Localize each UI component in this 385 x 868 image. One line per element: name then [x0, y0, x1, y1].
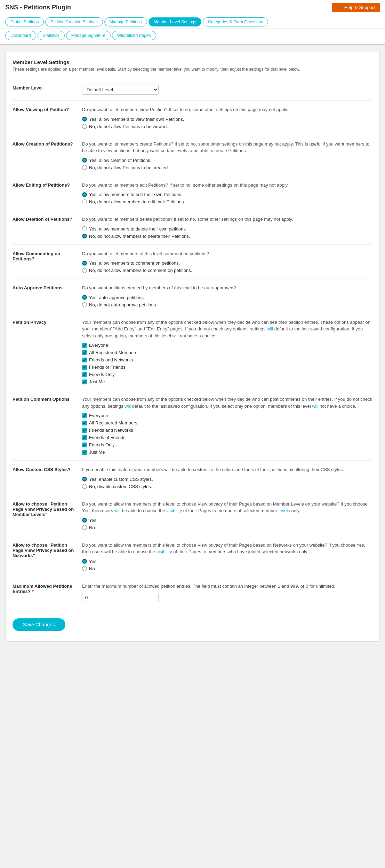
nav-tab-global-settings[interactable]: Global Settings [5, 17, 44, 26]
allow-viewing-content: Do you want to let members view Petition… [82, 106, 372, 129]
nav-tab-manage-petitions[interactable]: Manage Petitions [104, 17, 147, 26]
allow-network-privacy-content: Do you want to allow the members of this… [82, 542, 372, 571]
checkbox-item-comment-opt-friends-of-friends[interactable]: Friends of Friends [82, 435, 372, 440]
checkbox-item-privacy-everyone[interactable]: Everyone [82, 343, 372, 348]
required-indicator: * [32, 589, 34, 594]
allow-editing-radio-group: Yes, allow members to edit their own Pet… [82, 192, 372, 204]
allow-viewing-label: Allow Viewing of Petition? [13, 106, 82, 112]
nav-tab-manage-signature[interactable]: Manage Signature [66, 31, 111, 40]
nav-tab-member-level-settings[interactable]: Member Level Settings [149, 17, 202, 26]
allow-member-privacy-label: Allow to choose "Petition Page View Priv… [13, 501, 82, 517]
allow-commenting-desc: Do you want to let members of this level… [82, 250, 372, 257]
petition-comment-options-desc: Your members can choose from any of the … [82, 396, 372, 409]
radio-item-approve-no[interactable]: No, do not auto-approve petitions. [82, 302, 372, 307]
allow-deletion-content: Do you want to let members delete petiti… [82, 216, 372, 239]
allow-network-privacy-radio-group: YesNo [82, 559, 372, 571]
member-level-select[interactable]: Default Level [82, 85, 159, 95]
radio-item-member-privacy-yes[interactable]: Yes [82, 518, 372, 523]
petition-privacy-content: Your members can choose from any of the … [82, 319, 372, 385]
checkbox-item-privacy-just-me[interactable]: Just Me [82, 379, 372, 384]
checkbox-item-comment-opt-friends-networks[interactable]: Friends and Networks [82, 428, 372, 433]
allow-viewing-radio-group: Yes, allow members to view their own Pet… [82, 117, 372, 129]
nav-tab-petition-creation-settings[interactable]: Petition Creation Settings [45, 17, 103, 26]
radio-item-delete-yes[interactable]: Yes, allow members to delete their own p… [82, 226, 372, 232]
allow-editing-label: Allow Editing of Petitions? [13, 182, 82, 188]
nav-tab-widgetized-pages[interactable]: Widgetized Pages [112, 31, 156, 40]
allow-network-privacy-row: Allow to choose "Petition Page View Priv… [13, 536, 372, 577]
save-changes-button[interactable]: Save Changes [13, 618, 65, 631]
radio-item-create-no[interactable]: No, do not allow Petitions to be created… [82, 165, 372, 170]
settings-desc: These settings are applied on a per memb… [13, 67, 372, 72]
save-btn-wrap: Save Changes [13, 608, 372, 634]
allow-custom-css-content: If you enable this feature, your members… [82, 466, 372, 489]
petition-privacy-desc: Your members can choose from any of the … [82, 319, 372, 339]
radio-item-edit-no[interactable]: No, do not allow members to edit their P… [82, 199, 372, 204]
radio-item-css-yes[interactable]: Yes, enable custom CSS styles. [82, 477, 372, 482]
top-bar: SNS - Petitions Plugin ❓ Help & Support [0, 0, 385, 15]
allow-creation-desc: Do you want to let members create Petiti… [82, 141, 372, 154]
allow-deletion-desc: Do you want to let members delete petiti… [82, 216, 372, 223]
nav-tab-statistics[interactable]: Statistics [38, 31, 65, 40]
allow-commenting-label: Allow Commenting on Petitions? [13, 250, 82, 261]
checkbox-item-privacy-friends-only[interactable]: Friends Only [82, 372, 372, 377]
checkbox-item-privacy-all-registered[interactable]: All Registered Members [82, 350, 372, 355]
allow-deletion-label: Allow Deletion of Petitions? [13, 216, 82, 222]
checkbox-item-comment-opt-just-me[interactable]: Just Me [82, 449, 372, 455]
petition-comment-options-label: Petition Comment Options [13, 396, 82, 402]
allow-custom-css-desc: If you enable this feature, your members… [82, 466, 372, 473]
allow-creation-radio-group: Yes, allow creation of Petitions.No, do … [82, 158, 372, 170]
radio-item-css-no[interactable]: No, disable custom CSS styles. [82, 484, 372, 489]
allow-network-privacy-desc: Do you want to allow the members of this… [82, 542, 372, 555]
help-support-button[interactable]: ❓ Help & Support [332, 3, 380, 12]
max-petition-entries-input[interactable] [82, 593, 159, 602]
member-level-label: Member Level [13, 85, 82, 91]
petition-comment-options-content: Your members can choose from any of the … [82, 396, 372, 455]
app-title: SNS - Petitions Plugin [5, 4, 71, 11]
allow-creation-row: Allow Creation of Petitions? Do you want… [13, 135, 372, 176]
max-petition-entries-desc: Enter the maximum number of allowed peti… [82, 583, 372, 590]
radio-item-comment-yes[interactable]: Yes, allow members to comment on petitio… [82, 260, 372, 266]
radio-item-comment-no[interactable]: No, do not allow members to comment on p… [82, 268, 372, 273]
auto-approve-row: Auto Approve Petitions Do you want petit… [13, 279, 372, 313]
help-icon: ❓ [337, 5, 342, 10]
allow-member-privacy-desc: Do you want to allow the members of this… [82, 501, 372, 514]
allow-network-privacy-label: Allow to choose "Petition Page View Priv… [13, 542, 82, 558]
settings-title: Member Level Settings [13, 59, 372, 65]
allow-commenting-content: Do you want to let members of this level… [82, 250, 372, 273]
nav-tabs-row1: Global SettingsPetition Creation Setting… [0, 15, 385, 29]
auto-approve-radio-group: Yes, auto-approve petitions.No, do not a… [82, 295, 372, 307]
auto-approve-content: Do you want petitions created by members… [82, 284, 372, 307]
member-level-content: Default Level [82, 85, 372, 95]
allow-viewing-desc: Do you want to let members view Petition… [82, 106, 372, 113]
checkbox-item-privacy-friends-networks[interactable]: Friends and Networks [82, 357, 372, 362]
radio-item-view-yes[interactable]: Yes, allow members to view their own Pet… [82, 117, 372, 122]
nav-tab-categories-form-questions[interactable]: Categories & Form Questions [203, 17, 268, 26]
settings-box: Member Level Settings These settings are… [5, 52, 380, 642]
radio-item-view-no[interactable]: No, do not allow Petitions to be viewed. [82, 124, 372, 129]
allow-editing-content: Do you want to let members edit Petition… [82, 182, 372, 205]
allow-commenting-radio-group: Yes, allow members to comment on petitio… [82, 260, 372, 273]
radio-item-edit-yes[interactable]: Yes, allow members to edit their own Pet… [82, 192, 372, 197]
allow-member-privacy-content: Do you want to allow the members of this… [82, 501, 372, 530]
content-wrap: Member Level Settings These settings are… [0, 45, 385, 649]
radio-item-network-privacy-yes[interactable]: Yes [82, 559, 372, 564]
allow-editing-row: Allow Editing of Petitions? Do you want … [13, 176, 372, 210]
auto-approve-label: Auto Approve Petitions [13, 284, 82, 290]
petition-comment-options-checkbox-group: EveryoneAll Registered MembersFriends an… [82, 413, 372, 455]
max-petition-entries-label: Maximum Allowed Petitions Entries? * [13, 583, 82, 594]
checkbox-item-privacy-friends-of-friends[interactable]: Friends of Friends [82, 365, 372, 370]
allow-custom-css-radio-group: Yes, enable custom CSS styles.No, disabl… [82, 477, 372, 489]
radio-item-delete-no[interactable]: No, do not allow members to delete their… [82, 234, 372, 239]
nav-tab-dashboard[interactable]: Dashboard [5, 31, 36, 40]
petition-comment-options-row: Petition Comment Options Your members ca… [13, 390, 372, 460]
checkbox-item-comment-opt-friends-only[interactable]: Friends Only [82, 442, 372, 447]
allow-editing-desc: Do you want to let members edit Petition… [82, 182, 372, 189]
allow-viewing-row: Allow Viewing of Petition? Do you want t… [13, 100, 372, 135]
checkbox-item-comment-opt-all-registered[interactable]: All Registered Members [82, 420, 372, 425]
radio-item-create-yes[interactable]: Yes, allow creation of Petitions. [82, 158, 372, 163]
radio-item-network-privacy-no[interactable]: No [82, 566, 372, 571]
checkbox-item-comment-opt-everyone[interactable]: Everyone [82, 413, 372, 418]
radio-item-approve-yes[interactable]: Yes, auto-approve petitions. [82, 295, 372, 300]
nav-tabs-row2: DashboardStatisticsManage SignatureWidge… [0, 29, 385, 45]
radio-item-member-privacy-no[interactable]: No [82, 525, 372, 530]
